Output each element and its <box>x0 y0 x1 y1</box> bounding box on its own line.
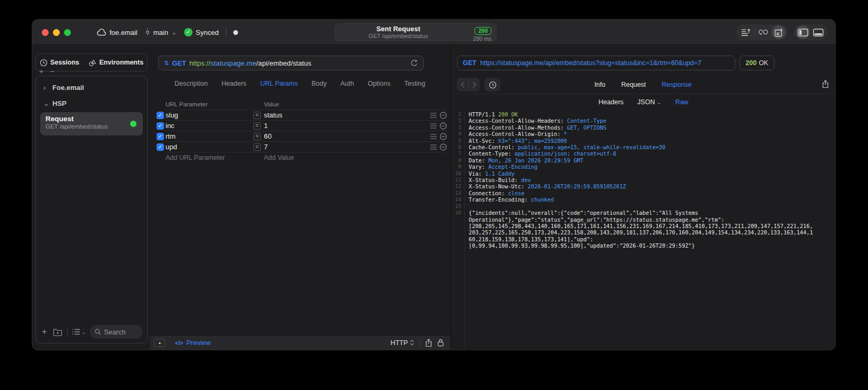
tab-body[interactable]: Body <box>312 80 327 87</box>
close-window-button[interactable] <box>42 29 49 36</box>
project-name[interactable]: foe.email <box>109 29 138 37</box>
sort-list-icon[interactable]: ⌄ <box>72 329 86 335</box>
column-url-parameter: URL Parameter <box>166 101 207 107</box>
tab-testing[interactable]: Testing <box>404 80 425 87</box>
line-number <box>451 236 464 242</box>
line-number <box>451 229 464 235</box>
param-enabled-checkbox[interactable]: ✓ <box>157 133 164 140</box>
add-session-button[interactable]: + <box>39 68 43 75</box>
remove-param-icon[interactable] <box>440 133 447 140</box>
tab-environments[interactable]: Environments <box>88 59 143 67</box>
collapse-panel-button[interactable]: ▲ <box>154 339 166 347</box>
line-number <box>451 216 464 223</box>
new-folder-icon[interactable] <box>53 328 62 336</box>
zoom-window-button[interactable] <box>64 29 71 36</box>
remove-param-icon[interactable] <box>440 122 447 130</box>
request-list-export-icon[interactable] <box>739 25 753 39</box>
remove-session-button[interactable]: − <box>50 68 54 75</box>
toggle-left-sidebar-icon[interactable] <box>796 25 810 39</box>
sync-loop-icon[interactable] <box>756 25 770 39</box>
response-subtab-json[interactable]: JSON⌄ <box>637 98 662 106</box>
url-scheme[interactable]: https:// <box>189 59 211 67</box>
param-name[interactable]: slug <box>166 111 178 119</box>
param-value[interactable]: 7 <box>264 143 268 151</box>
line-number: 3 <box>451 124 464 131</box>
param-enabled-checkbox[interactable]: ✓ <box>157 143 164 151</box>
response-tab-response[interactable]: Response <box>662 81 691 88</box>
toggle-bottom-panel-icon[interactable] <box>811 25 825 39</box>
sync-check-icon: ✓ <box>184 28 193 37</box>
tree-group-foe-email[interactable]: › Foe.email <box>36 79 147 95</box>
line-number: 11 <box>451 177 464 183</box>
tree-group-label: Foe.email <box>52 84 84 92</box>
reorder-lines-icon[interactable] <box>430 144 437 150</box>
add-value-placeholder[interactable]: Add Value <box>264 154 294 161</box>
tab-url-params[interactable]: URL Params <box>260 80 298 87</box>
add-param-row[interactable]: Add URL Parameter Add Value <box>150 152 450 163</box>
response-subtab-headers[interactable]: Headers <box>599 98 624 106</box>
minimize-window-button[interactable] <box>53 29 60 36</box>
tab-options[interactable]: Options <box>368 80 390 87</box>
param-enabled-checkbox[interactable]: ✓ <box>157 122 164 130</box>
line-number: 10 <box>451 170 464 177</box>
sidebar-toolbar: + ⌄ Search <box>40 324 143 339</box>
request-item-title: Request <box>45 115 138 123</box>
share-icon[interactable] <box>425 339 432 347</box>
chevron-down-icon[interactable]: ⌄ <box>171 29 177 36</box>
param-name[interactable]: upd <box>166 143 177 151</box>
param-value[interactable]: 60 <box>264 132 271 140</box>
tab-description[interactable]: Description <box>175 80 208 87</box>
method-selector-icon[interactable]: ⇅ <box>164 60 169 67</box>
add-param-placeholder[interactable]: Add URL Parameter <box>166 154 225 161</box>
traffic-lights <box>42 29 71 36</box>
response-request-line[interactable]: GET https://statuspage.me/api/embed/stat… <box>457 56 735 70</box>
remove-param-icon[interactable] <box>440 112 447 119</box>
new-request-button[interactable]: + <box>40 327 49 337</box>
response-tab-info[interactable]: Info <box>595 81 606 88</box>
reorder-lines-icon[interactable] <box>430 134 437 139</box>
tab-auth[interactable]: Auth <box>340 80 354 87</box>
response-nav-bar: InfoRequestResponse <box>457 78 829 92</box>
tab-sessions[interactable]: Sessions <box>40 59 79 67</box>
param-enabled-checkbox[interactable]: ✓ <box>157 112 164 119</box>
search-icon <box>95 329 101 335</box>
line-content: Connection: close <box>464 190 524 196</box>
param-value[interactable]: status <box>264 111 282 119</box>
lock-icon[interactable] <box>437 339 444 347</box>
line-content: Content-Type: application/json; charset=… <box>464 150 616 157</box>
url-host[interactable]: statuspage.me <box>211 59 257 67</box>
response-line: 9Vary: Accept-Encoding <box>451 164 836 170</box>
param-name[interactable]: rtm <box>166 132 176 140</box>
request-tree-item-selected[interactable]: Request GET /api/embed/status <box>40 112 143 135</box>
response-subtab-raw[interactable]: Raw <box>675 98 688 106</box>
chevron-down-icon: ⌄ <box>81 329 86 335</box>
remove-param-icon[interactable] <box>440 143 447 151</box>
export-share-icon[interactable] <box>822 80 829 88</box>
url-path[interactable]: /api/embed/status <box>256 59 311 67</box>
response-panel: GET https://statuspage.me/api/embed/stat… <box>450 45 836 350</box>
response-status-box: 200 OK <box>739 56 774 70</box>
param-name[interactable]: inc <box>166 122 175 130</box>
response-body[interactable]: 1HTTP/1.1 200 OK2Access-Control-Allow-He… <box>451 110 836 350</box>
response-line: 16{"incidents":null,"overall":{"code":"o… <box>451 210 836 216</box>
branch-name[interactable]: main <box>153 29 168 37</box>
resend-refresh-icon[interactable] <box>410 59 418 67</box>
reorder-lines-icon[interactable] <box>430 113 437 118</box>
request-url-bar[interactable]: ⇅ GET https://statuspage.me/api/embed/st… <box>158 56 424 70</box>
param-value[interactable]: 1 <box>264 122 268 130</box>
import-response-icon[interactable] <box>772 25 785 39</box>
tree-group-hsp[interactable]: ⌄ HSP <box>36 95 147 111</box>
line-content: Cache-Control: public, max-age=15, stale… <box>464 144 665 150</box>
clock-icon <box>40 59 48 67</box>
protocol-selector[interactable]: HTTP <box>390 339 414 347</box>
reorder-lines-icon[interactable] <box>430 123 437 129</box>
response-tab-request[interactable]: Request <box>622 81 646 88</box>
search-input[interactable]: Search <box>90 325 143 339</box>
method-label[interactable]: GET <box>172 59 186 67</box>
response-line: 13Connection: close <box>451 190 836 196</box>
tab-headers[interactable]: Headers <box>222 80 246 87</box>
response-line: [208,205,145,298,443,140,160,165,171,161… <box>451 223 836 229</box>
environments-label: Environments <box>99 59 143 66</box>
preview-button[interactable]: </> Preview <box>175 339 211 347</box>
request-summary-pill[interactable]: Sent Request GET /api/embed/status 200 2… <box>335 23 497 41</box>
